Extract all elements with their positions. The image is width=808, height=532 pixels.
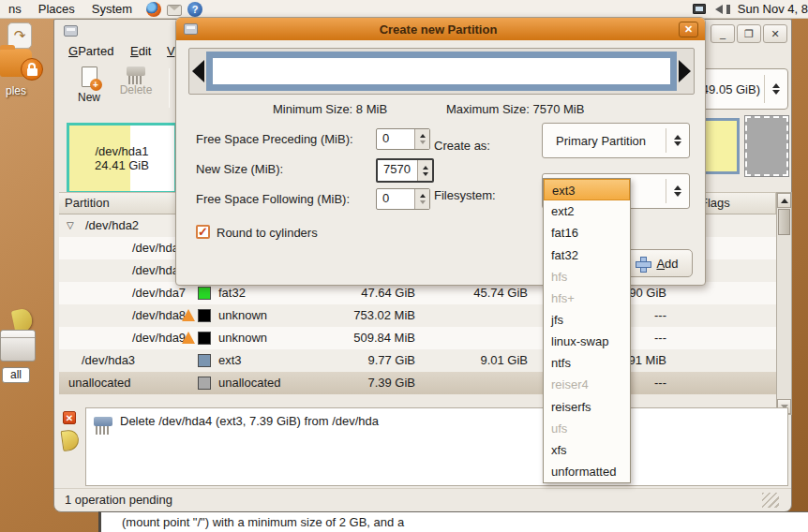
header-flags[interactable]: Flags — [695, 193, 776, 214]
close-button[interactable]: ✕ — [763, 24, 787, 43]
add-icon — [636, 257, 650, 271]
free-space-following-input[interactable]: 0 — [376, 188, 430, 210]
combo-arrows-icon — [666, 185, 689, 197]
minimize-button[interactable]: _ — [711, 24, 735, 43]
scrollbar-thumb[interactable] — [778, 209, 790, 235]
install-icon[interactable] — [0, 330, 36, 362]
partition-block-hda1[interactable]: /dev/hda1 24.41 GiB — [67, 123, 177, 194]
menu-places[interactable]: Places — [30, 0, 83, 19]
header-partition[interactable]: Partition — [59, 193, 190, 214]
fs-color-swatch — [198, 332, 211, 345]
warning-icon — [182, 332, 195, 344]
spinner-icon[interactable] — [417, 160, 432, 181]
fs-option-fat16[interactable]: fat16 — [544, 222, 630, 244]
scroll-up-icon[interactable] — [777, 193, 791, 208]
new-size-label: New Size (MiB): — [196, 162, 283, 176]
new-button[interactable]: + New — [67, 66, 112, 110]
clock[interactable]: Sun Nov 4, 8 — [738, 2, 808, 16]
spinner-icon[interactable] — [414, 189, 429, 209]
partition-size-slider[interactable] — [188, 48, 695, 95]
device-selector[interactable]: 49.05 GiB) — [695, 68, 788, 110]
mail-icon[interactable] — [167, 5, 182, 16]
dialog-close-icon[interactable]: ✕ — [679, 22, 698, 37]
fs-option-reiser4: reiser4 — [544, 374, 630, 395]
table-row-selected[interactable]: unallocated unallocated 7.39 GiB --- — [59, 372, 776, 394]
delete-icon — [127, 66, 145, 76]
display-icon[interactable] — [693, 4, 706, 14]
table-row[interactable]: /dev/hda8 unknown 753.02 MiB --- — [59, 304, 776, 327]
close-operations-icon[interactable]: ✕ — [63, 411, 76, 424]
resize-grip[interactable] — [762, 493, 779, 508]
fs-option-xfs[interactable]: xfs — [544, 439, 630, 461]
fs-option-jfs[interactable]: jfs — [544, 309, 630, 331]
fs-option-ext3[interactable]: ext3 — [544, 179, 630, 200]
new-icon: + — [82, 66, 97, 87]
new-size-input[interactable]: 7570 — [376, 158, 434, 183]
minimum-size-label: Minimum Size: 8 MiB — [273, 102, 387, 116]
install-label[interactable]: all — [2, 367, 30, 383]
delete-operation-icon — [94, 417, 112, 426]
maximize-button[interactable]: ❐ — [737, 24, 761, 43]
toolbar-separator — [169, 68, 170, 108]
round-to-cylinders-checkbox[interactable]: ✓ — [196, 225, 210, 239]
warning-icon — [182, 309, 195, 321]
free-space-following-label: Free Space Following (MiB): — [196, 192, 350, 206]
fs-option-unformatted[interactable]: unformatted — [544, 461, 630, 482]
partition-block-ext3[interactable] — [700, 118, 740, 174]
filesystem-dropdown: ext3 ext2 fat16 fat32 hfs hfs+ jfs linux… — [543, 178, 631, 483]
fs-option-ext2[interactable]: ext2 — [544, 200, 630, 222]
create-as-label: Create as: — [434, 139, 490, 153]
fs-color-swatch — [198, 287, 211, 300]
combo-arrows-icon — [666, 135, 689, 146]
operations-list[interactable]: Delete /dev/hda4 (ext3, 7.39 GiB) from /… — [85, 407, 788, 486]
lock-emblem-icon — [21, 58, 43, 81]
fs-color-swatch — [198, 377, 211, 390]
spinner-icon[interactable] — [414, 129, 429, 149]
round-to-cylinders-label: Round to cylinders — [217, 226, 318, 240]
table-row[interactable]: /dev/hda9 unknown 509.84 MiB --- — [59, 327, 776, 349]
menu-applications[interactable]: ns — [0, 0, 30, 19]
create-as-select[interactable]: Primary Partition — [542, 123, 690, 158]
window-icon — [64, 25, 78, 37]
free-space-preceding-input[interactable]: 0 — [376, 128, 430, 150]
fs-option-hfs: hfs — [544, 266, 630, 288]
dialog-icon — [184, 23, 198, 35]
firefox-icon[interactable] — [146, 2, 161, 17]
background-window-text: (mount point "/") with a minimum size of… — [98, 511, 808, 532]
volume-icon[interactable] — [715, 5, 738, 14]
fs-option-reiserfs[interactable]: reiserfs — [544, 396, 630, 418]
top-panel: ns Places System ? Sun Nov 4, 8 — [0, 0, 808, 19]
hda1-name: /dev/hda1 — [95, 144, 148, 158]
expander-icon[interactable]: ▽ — [67, 214, 74, 237]
fs-option-hfsplus: hfs+ — [544, 288, 630, 309]
dialog-titlebar[interactable]: Create new Partition ✕ — [176, 18, 705, 40]
examples-label[interactable]: ples — [6, 84, 26, 97]
status-bar: 1 operation pending — [54, 488, 791, 511]
fs-option-fat32[interactable]: fat32 — [544, 244, 630, 266]
fs-option-ufs: ufs — [544, 418, 630, 439]
table-scrollbar[interactable] — [776, 192, 792, 415]
desktop: ns Places System ? Sun Nov 4, 8 ↷ ples a… — [0, 0, 808, 532]
fs-option-ntfs[interactable]: ntfs — [544, 352, 630, 374]
free-space-preceding-label: Free Space Preceding (MiB): — [196, 132, 353, 146]
table-row[interactable]: /dev/hda3 ext3 9.77 GiB 9.01 GiB 91 MiB — [59, 349, 776, 372]
menu-system[interactable]: System — [83, 0, 141, 19]
slider-right-arrow-icon[interactable] — [679, 60, 691, 82]
slider-left-arrow-icon[interactable] — [192, 60, 204, 82]
hda1-size: 24.41 GiB — [95, 158, 149, 172]
menu-gparted[interactable]: GParted — [68, 44, 113, 58]
delete-button[interactable]: Delete — [113, 66, 158, 110]
filesystem-label: Filesystem: — [434, 188, 496, 202]
add-button[interactable]: Add — [621, 249, 693, 277]
partition-block-unallocated-selected[interactable] — [745, 116, 788, 176]
combo-arrows-icon — [765, 83, 787, 95]
operation-item[interactable]: Delete /dev/hda4 (ext3, 7.39 GiB) from /… — [86, 408, 787, 434]
dialog-title: Create new Partition — [198, 22, 679, 37]
fs-option-linux-swap[interactable]: linux-swap — [544, 331, 630, 352]
maximum-size-label: Maximum Size: 7570 MiB — [446, 102, 584, 116]
help-icon[interactable]: ? — [187, 2, 202, 17]
clear-operations-icon[interactable] — [61, 429, 81, 451]
fs-color-swatch — [198, 309, 211, 322]
fs-color-swatch — [198, 354, 211, 367]
menu-edit[interactable]: Edit — [130, 44, 151, 58]
